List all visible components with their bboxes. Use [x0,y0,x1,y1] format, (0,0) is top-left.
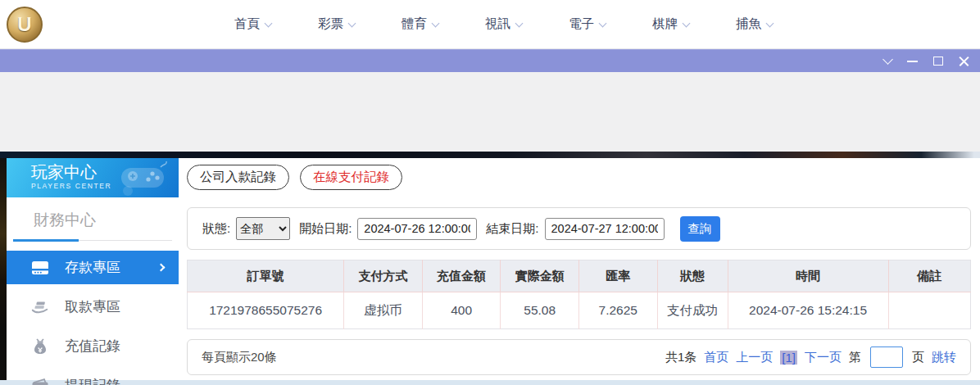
nav-item-lottery[interactable]: 彩票 [318,16,355,33]
nav-item-fishing[interactable]: 捕魚 [736,16,773,33]
brand-logo[interactable]: U USDT CASINO [0,7,184,43]
jump-label-suffix: 页 [912,350,924,365]
finance-center-heading: 財務中心 [7,197,179,239]
nav-item-label: 首頁 [234,16,260,33]
start-date-label: 開始日期: [299,221,352,237]
sidebar-item-withdrawal-record[interactable]: 提現記錄 [7,369,179,385]
jump-button[interactable]: 跳转 [932,350,956,365]
deposit-card-icon [31,259,49,277]
close-icon[interactable] [959,56,970,67]
brand-name: USDT CASINO [49,13,184,35]
th-status: 狀態 [657,260,728,292]
background-band [0,152,980,158]
main-area: 玩家中心 PLAYERS CENTER 財務中心 [0,158,980,380]
brand-coin-icon: U [7,7,43,43]
main-nav: 首頁 彩票 體育 視訊 電子 棋牌 捕魚 [234,16,773,33]
nav-item-label: 視訊 [485,16,510,33]
nav-item-label: 彩票 [318,16,343,33]
sidebar-item-label: 取款專區 [65,297,120,316]
chevron-down-icon [515,19,524,27]
start-date-input[interactable] [357,218,477,240]
cell-status: 支付成功 [657,292,728,329]
status-select[interactable]: 全部 [236,217,290,240]
chevron-down-icon [265,19,273,27]
sidebar-item-withdraw-zone[interactable]: 取款專區 [7,290,179,324]
background-edge [0,158,7,380]
sidebar-item-label: 充值記錄 [65,337,120,356]
nav-item-home[interactable]: 首頁 [234,16,271,33]
current-page[interactable]: [1] [780,351,797,365]
nav-item-card-games[interactable]: 棋牌 [652,16,689,33]
page-number-input[interactable] [870,346,903,368]
cell-actual-amount: 55.08 [501,292,579,329]
sidebar: 玩家中心 PLAYERS CENTER 財務中心 [7,158,179,380]
cell-time: 2024-07-26 15:24:15 [728,292,888,329]
th-time: 時間 [728,260,888,292]
cell-recharge-amount: 400 [422,292,501,329]
th-recharge-amount: 充值金額 [422,260,501,292]
wallet-icon [31,377,49,385]
chevron-down-icon [432,19,440,27]
nav-item-label: 體育 [402,16,427,33]
chevron-down-icon [348,19,356,27]
record-tabs: 公司入款記錄 在線支付記錄 [187,165,971,190]
table-footer: 每頁顯示20條 共1条 首页 上一页 [1] 下一页 第 页 跳转 [187,339,971,375]
sidebar-item-deposit-zone[interactable]: 存款專區 [7,251,179,284]
th-remark: 備註 [888,260,970,292]
nav-item-slots[interactable]: 電子 [569,16,606,33]
sidebar-item-label: 存款專區 [65,258,120,277]
chevron-right-icon [157,264,166,272]
window-title-bar [0,49,980,72]
chevron-down-icon [766,19,774,27]
chevron-down-icon [683,19,691,27]
content-panel: 公司入款記錄 在線支付記錄 狀態: 全部 開始日期: 結束日期: 查詢 訂單號 [187,158,971,380]
tab-online-payment-record[interactable]: 在線支付記錄 [300,165,402,190]
section-divider [13,239,172,242]
sidebar-item-label: 提現記錄 [65,376,120,385]
payment-records-table: 訂單號 支付方式 充值金額 實際金額 匯率 狀態 時間 備註 172197865… [187,260,971,329]
end-date-label: 結束日期: [486,221,538,237]
th-exchange-rate: 匯率 [578,260,657,292]
collapse-chevron-icon[interactable] [882,54,893,65]
empty-spacer [0,72,980,152]
chevron-down-icon [599,19,607,27]
withdraw-hand-icon [31,298,49,316]
table-header-row: 訂單號 支付方式 充值金額 實際金額 匯率 狀態 時間 備註 [188,260,971,292]
gamepad-icon [110,160,174,196]
jump-label-prefix: 第 [849,350,861,365]
tab-company-deposit-record[interactable]: 公司入款記錄 [187,165,289,190]
page-size-text: 每頁顯示20條 [202,350,277,365]
sidebar-item-recharge-record[interactable]: 充值記錄 [7,329,179,363]
nav-item-live-video[interactable]: 視訊 [485,16,522,33]
top-header: U USDT CASINO 首頁 彩票 體育 視訊 電子 棋牌 捕魚 [0,0,980,49]
money-bag-icon [31,337,49,356]
pagination: 共1条 首页 上一页 [1] 下一页 第 页 跳转 [665,346,956,368]
th-actual-amount: 實際金額 [501,260,579,292]
nav-item-label: 棋牌 [652,16,678,33]
th-order-no: 訂單號 [188,260,344,292]
prev-page-link[interactable]: 上一页 [736,350,773,365]
nav-item-label: 捕魚 [736,16,761,33]
screen: U USDT CASINO 首頁 彩票 體育 視訊 電子 棋牌 捕魚 玩家中心 … [0,0,980,385]
cell-order-no: 1721978655075276 [188,292,344,329]
next-page-link[interactable]: 下一页 [805,350,842,365]
table-row: 1721978655075276 虚拟币 400 55.08 7.2625 支付… [188,292,971,329]
first-page-link[interactable]: 首页 [704,350,728,365]
th-pay-method: 支付方式 [344,260,423,292]
nav-item-label: 電子 [569,16,594,33]
search-button[interactable]: 查詢 [680,216,720,242]
cell-exchange-rate: 7.2625 [578,292,657,329]
status-label: 狀態: [202,221,230,237]
total-count: 共1条 [665,350,696,365]
players-center-header: 玩家中心 PLAYERS CENTER [7,158,179,197]
sidebar-menu: 存款專區 取款專區 充值記錄 [7,242,179,385]
brand-coin-letter: U [17,13,31,36]
filter-bar: 狀態: 全部 開始日期: 結束日期: 查詢 [187,207,971,250]
cell-pay-method: 虚拟币 [344,292,423,329]
maximize-icon[interactable] [933,57,943,66]
nav-item-sports[interactable]: 體育 [402,16,438,33]
end-date-input[interactable] [545,218,665,240]
minimize-icon[interactable] [907,61,918,62]
cell-remark [888,292,970,329]
